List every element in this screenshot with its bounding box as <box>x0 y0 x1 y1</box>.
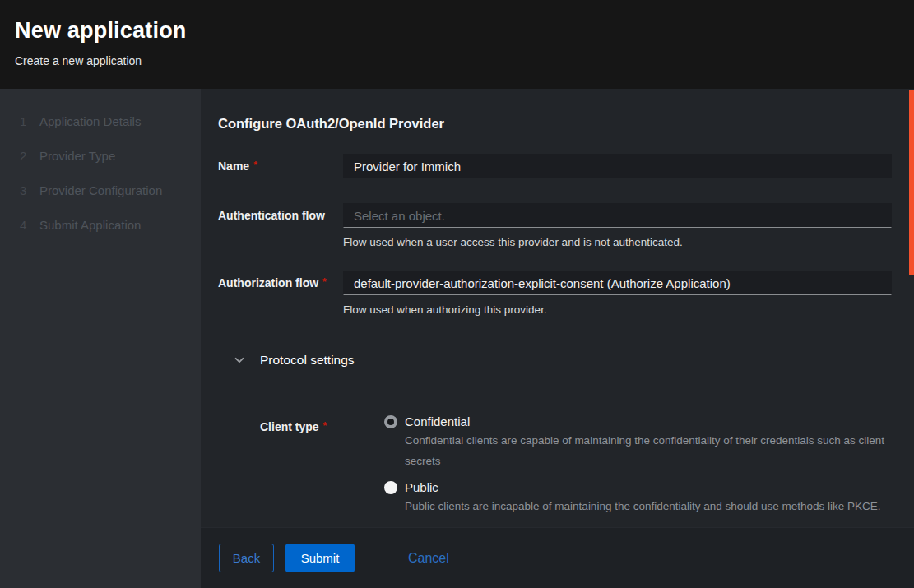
name-label: Name* <box>218 154 343 173</box>
name-input[interactable] <box>343 154 892 178</box>
step-number: 2 <box>20 149 39 163</box>
form-title: Configure OAuth2/OpenId Provider <box>218 116 892 132</box>
step-number: 3 <box>20 183 39 197</box>
wizard-body: 1 Application Details 2 Provider Type 3 … <box>0 89 914 588</box>
page-title: New application <box>15 18 914 44</box>
page-subtitle: Create a new application <box>15 54 914 67</box>
sidebar-item-application-details[interactable]: 1 Application Details <box>0 114 201 128</box>
back-button[interactable]: Back <box>219 544 274 572</box>
authorization-flow-label: Authorization flow* <box>218 271 343 289</box>
step-label: Submit Application <box>39 218 141 232</box>
authentication-flow-field-row: Authentication flow Flow used when a use… <box>218 203 892 248</box>
wizard-footer: Back Submit Cancel <box>201 527 914 588</box>
radio-confidential-description: Confidential clients are capable of main… <box>405 430 886 471</box>
sidebar-item-submit-application[interactable]: 4 Submit Application <box>0 218 201 232</box>
authorization-flow-help: Flow used when authorizing this provider… <box>343 303 892 316</box>
radio-option-public: Public Public clients are incapable of m… <box>384 480 892 521</box>
client-type-radio-group: Confidential Confidential clients are ca… <box>384 414 892 521</box>
step-label: Application Details <box>39 114 141 128</box>
cancel-button[interactable]: Cancel <box>408 551 449 566</box>
step-number: 4 <box>20 218 39 232</box>
step-label: Provider Configuration <box>39 183 162 197</box>
scrollbar-thumb[interactable] <box>909 90 914 275</box>
sidebar-item-provider-type[interactable]: 2 Provider Type <box>0 149 201 163</box>
protocol-settings-title: Protocol settings <box>260 353 355 368</box>
authorization-flow-input[interactable] <box>343 271 892 295</box>
radio-option-confidential: Confidential Confidential clients are ca… <box>384 414 892 471</box>
authentication-flow-input[interactable] <box>343 203 892 228</box>
client-type-field-row: Client type* Confidential Confidential c… <box>218 414 892 521</box>
wizard-header: New application Create a new application <box>0 0 914 89</box>
authentication-flow-label: Authentication flow <box>218 203 343 222</box>
provider-form: Configure OAuth2/OpenId Provider Name* A… <box>201 89 914 527</box>
protocol-settings-toggle[interactable]: Protocol settings <box>234 353 892 368</box>
submit-button[interactable]: Submit <box>285 544 355 572</box>
required-asterisk: * <box>253 160 257 171</box>
radio-public[interactable] <box>384 481 397 494</box>
authorization-flow-field-row: Authorization flow* Flow used when autho… <box>218 271 892 316</box>
step-label: Provider Type <box>39 149 115 163</box>
radio-confidential[interactable] <box>384 415 397 428</box>
name-field-row: Name* <box>218 154 892 178</box>
client-type-label: Client type* <box>260 414 384 433</box>
authentication-flow-help: Flow used when a user access this provid… <box>343 236 892 248</box>
step-number: 1 <box>20 114 39 128</box>
wizard-step-panel: Configure OAuth2/OpenId Provider Name* A… <box>201 89 914 588</box>
sidebar-item-provider-configuration[interactable]: 3 Provider Configuration <box>0 183 201 197</box>
radio-public-label[interactable]: Public <box>405 480 892 494</box>
radio-confidential-label[interactable]: Confidential <box>405 414 892 428</box>
wizard-steps-sidebar: 1 Application Details 2 Provider Type 3 … <box>0 89 201 588</box>
chevron-down-icon <box>234 354 245 366</box>
radio-public-description: Public clients are incapable of maintain… <box>405 496 886 521</box>
required-asterisk: * <box>322 276 327 288</box>
required-asterisk: * <box>323 420 327 432</box>
